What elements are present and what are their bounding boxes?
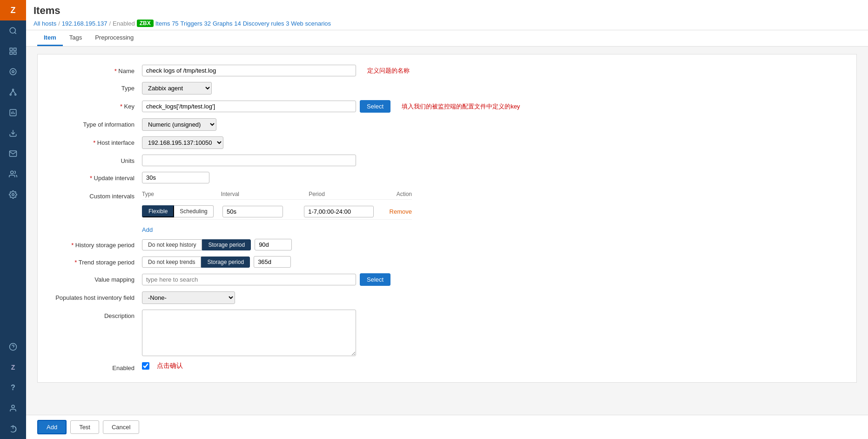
- test-button[interactable]: Test: [70, 420, 99, 434]
- sidebar-item-help[interactable]: ?: [0, 378, 26, 398]
- svg-point-0: [10, 27, 15, 33]
- name-annotation: 定义问题的名称: [367, 67, 410, 75]
- label-history: History storage period: [49, 239, 142, 249]
- row-trend: Trend storage period Do not keep trends …: [38, 253, 856, 270]
- page-header: Items All hosts / 192.168.195.137 / Enab…: [26, 0, 868, 30]
- breadcrumb-host[interactable]: 192.168.195.137: [62, 20, 108, 27]
- btn-scheduling[interactable]: Scheduling: [174, 205, 213, 217]
- col-type-header: Type: [142, 191, 221, 197]
- control-update-interval: [142, 172, 845, 183]
- form-area: Name 定义问题的名称 Type Zabbix agent SNMP IPMI…: [26, 47, 868, 415]
- units-input[interactable]: [142, 155, 356, 166]
- update-interval-input[interactable]: [142, 172, 209, 183]
- breadcrumb-all-hosts[interactable]: All hosts: [34, 20, 56, 27]
- add-interval-row: Add: [142, 223, 153, 233]
- interval-row-1: Flexible Scheduling Remove: [142, 203, 412, 220]
- history-no-keep-btn[interactable]: Do not keep history: [142, 239, 202, 250]
- control-units: [142, 155, 845, 166]
- host-interface-select[interactable]: 192.168.195.137:10050: [142, 136, 223, 149]
- cancel-button[interactable]: Cancel: [103, 420, 139, 434]
- sidebar-item-user[interactable]: [0, 398, 26, 419]
- trend-no-keep-btn[interactable]: Do not keep trends: [142, 257, 201, 268]
- tab-preprocessing[interactable]: Preprocessing: [88, 30, 140, 46]
- interval-value-input[interactable]: [222, 206, 283, 217]
- add-interval-link[interactable]: Add: [142, 226, 153, 233]
- row-history: History storage period Do not keep histo…: [38, 236, 856, 253]
- control-type: Zabbix agent SNMP IPMI JMX: [142, 82, 845, 95]
- breadcrumb-enabled: Enabled: [113, 20, 135, 27]
- col-interval-header: Interval: [221, 191, 309, 197]
- label-custom-intervals: Custom intervals: [49, 189, 142, 200]
- sidebar-item-power[interactable]: [0, 419, 26, 439]
- breadcrumb-graphs[interactable]: Graphs 14: [213, 20, 241, 27]
- interval-action-cell: Remove: [390, 208, 412, 215]
- type-info-select[interactable]: Numeric (unsigned) Character Log Numeric…: [142, 118, 216, 131]
- breadcrumb-sep2: /: [109, 20, 111, 27]
- sidebar-item-network[interactable]: [0, 82, 26, 102]
- sidebar-zbx-icon[interactable]: Z: [0, 357, 26, 378]
- col-period-header: Period: [309, 191, 397, 197]
- tab-item[interactable]: Item: [37, 30, 63, 46]
- sidebar-item-dashboard[interactable]: [0, 41, 26, 61]
- row-inventory: Populates host inventory field -None-: [38, 289, 856, 307]
- svg-rect-5: [14, 52, 16, 54]
- history-storage-btn[interactable]: Storage period: [202, 239, 251, 250]
- enabled-checkbox[interactable]: [142, 362, 149, 370]
- value-mapping-input[interactable]: [142, 274, 356, 285]
- trend-value-input[interactable]: [254, 256, 291, 268]
- sidebar-item-mail[interactable]: [0, 143, 26, 164]
- control-host-interface: 192.168.195.137:10050: [142, 136, 845, 149]
- svg-point-19: [12, 194, 14, 196]
- svg-point-8: [13, 89, 14, 90]
- svg-point-7: [12, 71, 14, 73]
- sidebar-item-search[interactable]: [0, 20, 26, 41]
- breadcrumb-sep1: /: [58, 20, 60, 27]
- type-select[interactable]: Zabbix agent SNMP IPMI JMX: [142, 82, 212, 95]
- breadcrumb-triggers[interactable]: Triggers 32: [181, 20, 211, 27]
- description-textarea[interactable]: [142, 310, 356, 356]
- inventory-select[interactable]: -None-: [142, 291, 235, 304]
- add-button[interactable]: Add: [37, 420, 67, 434]
- remove-link[interactable]: Remove: [390, 208, 412, 215]
- row-type-info: Type of information Numeric (unsigned) C…: [38, 115, 856, 134]
- breadcrumb-web-scenarios[interactable]: Web scenarios: [291, 20, 331, 27]
- control-trend: Do not keep trends Storage period: [142, 256, 845, 268]
- sidebar-logo[interactable]: Z: [0, 0, 26, 20]
- breadcrumb-items[interactable]: Items 75: [155, 20, 179, 27]
- trend-group: Do not keep trends Storage period: [142, 256, 291, 268]
- main-content: Items All hosts / 192.168.195.137 / Enab…: [26, 0, 868, 439]
- control-key: Select 填入我们的被监控端的配置文件中定义的key: [142, 100, 845, 113]
- sidebar-item-settings[interactable]: [0, 184, 26, 205]
- sidebar-item-download[interactable]: [0, 123, 26, 143]
- interval-value-cell: [219, 206, 304, 217]
- name-input[interactable]: [142, 65, 356, 76]
- label-name: Name: [49, 65, 142, 74]
- interval-period-input[interactable]: [304, 206, 374, 217]
- row-description: Description: [38, 307, 856, 359]
- control-name: 定义问题的名称: [142, 65, 845, 76]
- label-inventory: Populates host inventory field: [49, 291, 142, 301]
- history-value-input[interactable]: [255, 239, 292, 250]
- key-select-button[interactable]: Select: [360, 100, 390, 113]
- tabs-bar: Item Tags Preprocessing: [26, 30, 868, 47]
- label-type: Type: [49, 82, 142, 92]
- key-input[interactable]: [142, 101, 356, 112]
- svg-rect-2: [10, 48, 12, 50]
- label-update-interval: Update interval: [49, 172, 142, 182]
- sidebar-item-reports[interactable]: [0, 102, 26, 123]
- breadcrumb-discovery[interactable]: Discovery rules 3: [243, 20, 289, 27]
- row-enabled: Enabled 点击确认: [38, 359, 856, 375]
- btn-flexible[interactable]: Flexible: [142, 205, 174, 217]
- value-mapping-select-btn[interactable]: Select: [360, 273, 390, 286]
- row-custom-intervals: Custom intervals Type Interval Period Ac…: [38, 186, 856, 236]
- label-value-mapping: Value mapping: [49, 273, 142, 283]
- control-enabled: 点击确认: [142, 362, 845, 370]
- label-units: Units: [49, 155, 142, 164]
- sidebar-item-monitoring[interactable]: [0, 61, 26, 82]
- intervals-header: Type Interval Period Action: [142, 189, 412, 200]
- tab-tags[interactable]: Tags: [63, 30, 88, 46]
- svg-point-9: [10, 94, 11, 95]
- sidebar-item-users[interactable]: [0, 164, 26, 184]
- trend-storage-btn[interactable]: Storage period: [201, 257, 250, 268]
- sidebar-item-support[interactable]: [0, 337, 26, 357]
